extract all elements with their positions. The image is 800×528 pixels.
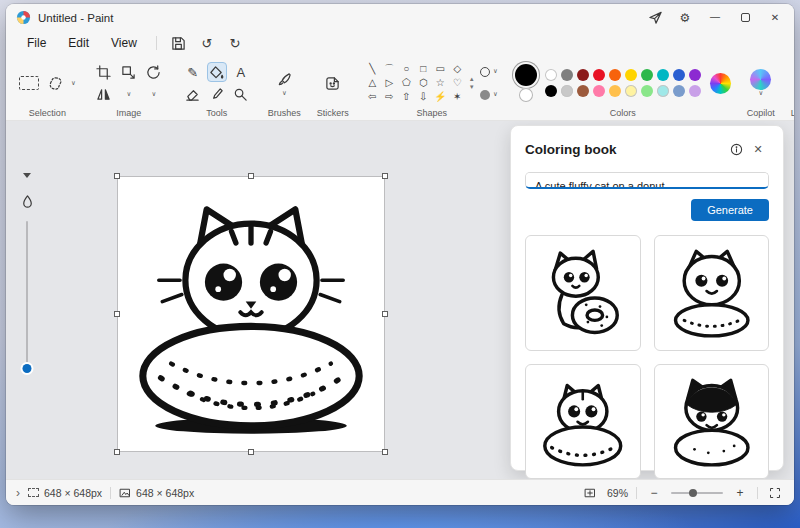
chevron-down-icon[interactable]: ∨ (282, 90, 287, 97)
selection-handle[interactable] (114, 173, 120, 179)
color1-swatch[interactable] (515, 64, 537, 86)
result-thumbnail-1[interactable] (525, 235, 641, 351)
selection-handle[interactable] (114, 311, 120, 317)
color-swatch[interactable] (689, 85, 701, 97)
shape-button[interactable]: △ (365, 76, 380, 90)
brushes-button[interactable] (274, 69, 294, 89)
chevron-down-icon[interactable]: ∨ (758, 90, 763, 97)
color-swatch[interactable] (657, 85, 669, 97)
chevron-down-icon[interactable]: ∨ (71, 80, 76, 87)
prompt-input[interactable] (525, 172, 769, 189)
color-swatch[interactable] (625, 85, 637, 97)
panel-info-button[interactable] (725, 138, 747, 160)
pencil-tool[interactable]: ✎ (183, 62, 203, 82)
color-swatch[interactable] (689, 69, 701, 81)
color-swatch[interactable] (561, 85, 573, 97)
color-swatch[interactable] (577, 69, 589, 81)
shape-button[interactable]: ╲ (365, 62, 380, 76)
shape-button[interactable]: □ (416, 62, 431, 76)
shape-button[interactable]: ⇩ (416, 90, 431, 104)
shape-button[interactable]: ◇ (450, 62, 465, 76)
color-swatch[interactable] (545, 69, 557, 81)
color2-swatch[interactable] (519, 88, 533, 102)
shape-button[interactable]: ⌒ (382, 62, 397, 76)
resize-button[interactable] (119, 62, 139, 82)
shape-outline-button[interactable]: ∨ (479, 62, 499, 82)
shape-button[interactable]: ○ (399, 62, 414, 76)
menu-edit[interactable]: Edit (59, 34, 98, 52)
shape-button[interactable]: ⬡ (416, 76, 431, 90)
generate-button[interactable]: Generate (691, 199, 769, 221)
zoom-in-button[interactable]: + (731, 484, 749, 502)
pen-size-icon[interactable] (20, 194, 35, 209)
shape-button[interactable]: ☆ (433, 76, 448, 90)
color-swatch[interactable] (577, 85, 589, 97)
color-swatch[interactable] (561, 69, 573, 81)
minimize-button[interactable]: — (700, 6, 730, 30)
shapes-scrollbar[interactable]: ▲ ▼ (469, 76, 475, 90)
fill-tool[interactable] (207, 62, 227, 82)
copilot-button[interactable] (750, 69, 771, 89)
flip-button[interactable] (94, 84, 114, 104)
menu-view[interactable]: View (102, 34, 146, 52)
zoom-slider-thumb[interactable] (689, 489, 697, 497)
edit-color-button[interactable] (710, 73, 731, 93)
stickers-button[interactable] (323, 73, 343, 93)
selection-handle[interactable] (382, 173, 388, 179)
color-swatch[interactable] (593, 85, 605, 97)
shape-button[interactable]: ▷ (382, 76, 397, 90)
shape-button[interactable]: ▭ (433, 62, 448, 76)
color-picker-tool[interactable] (207, 84, 227, 104)
selection-handle[interactable] (382, 449, 388, 455)
shape-fill-button[interactable]: ∨ (479, 85, 499, 105)
free-select-button[interactable] (45, 73, 65, 93)
zoom-level[interactable]: 69% (607, 487, 628, 499)
shape-button[interactable]: ♡ (450, 76, 465, 90)
size-slider-thumb[interactable] (23, 364, 32, 373)
shape-button[interactable]: ⚡ (433, 90, 448, 104)
selection-handle[interactable] (248, 173, 254, 179)
shape-button[interactable]: ⇨ (382, 90, 397, 104)
shape-button[interactable]: ⇧ (399, 90, 414, 104)
rotate-button[interactable] (144, 62, 164, 82)
zoom-slider[interactable] (671, 492, 723, 494)
color-swatch[interactable] (641, 85, 653, 97)
maximize-button[interactable] (730, 6, 760, 30)
color-swatch[interactable] (625, 69, 637, 81)
menu-file[interactable]: File (18, 34, 55, 52)
chevron-down-icon[interactable]: ∨ (151, 91, 156, 98)
selection-handle[interactable] (248, 449, 254, 455)
color-swatch[interactable] (545, 85, 557, 97)
color-swatch[interactable] (593, 69, 605, 81)
zoom-fit-button[interactable] (581, 484, 599, 502)
undo-button[interactable]: ↺ (195, 33, 219, 53)
color-swatch[interactable] (641, 69, 653, 81)
color-swatch[interactable] (673, 69, 685, 81)
settings-button[interactable]: ⚙ (670, 6, 700, 30)
redo-button[interactable]: ↻ (223, 33, 247, 53)
text-tool[interactable]: A (231, 62, 251, 82)
color-swatch[interactable] (673, 85, 685, 97)
magnifier-tool[interactable] (231, 84, 251, 104)
rect-select-button[interactable] (19, 73, 39, 93)
shape-button[interactable]: ⬠ (399, 76, 414, 90)
selection-handle[interactable] (382, 311, 388, 317)
eraser-tool[interactable] (183, 84, 203, 104)
fullscreen-button[interactable] (766, 484, 784, 502)
shape-button[interactable]: ⇦ (365, 90, 380, 104)
result-thumbnail-3[interactable] (525, 364, 641, 480)
crop-button[interactable] (94, 62, 114, 82)
panel-close-button[interactable]: ✕ (747, 138, 769, 160)
save-button[interactable] (167, 33, 191, 53)
selection-handle[interactable] (114, 449, 120, 455)
close-button[interactable]: ✕ (760, 6, 790, 30)
size-slider[interactable] (26, 221, 28, 369)
color-swatch[interactable] (609, 85, 621, 97)
canvas[interactable] (118, 177, 384, 451)
color-swatch[interactable] (609, 69, 621, 81)
chevron-down-icon[interactable]: ∨ (126, 91, 131, 98)
shape-button[interactable]: ✶ (450, 90, 465, 104)
color-swatch[interactable] (657, 69, 669, 81)
chevron-right-icon[interactable]: › (16, 486, 20, 500)
result-thumbnail-2[interactable] (654, 235, 770, 351)
